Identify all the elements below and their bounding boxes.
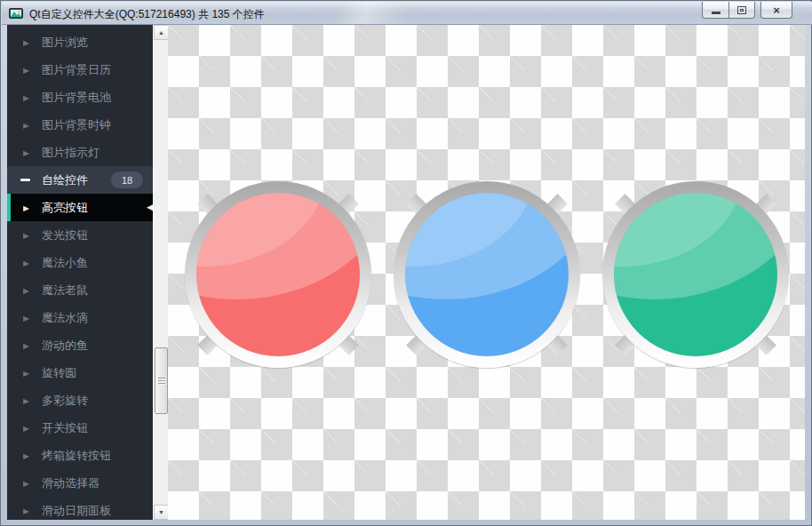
scrollbar-thumb[interactable] bbox=[155, 347, 168, 414]
highlight-button-red[interactable] bbox=[185, 181, 371, 368]
sidebar-group-label: 自绘控件 bbox=[42, 172, 88, 188]
sidebar-item-label: 多彩旋转 bbox=[42, 393, 88, 409]
chevron-right-icon: ▶ bbox=[23, 286, 29, 294]
sidebar-scrollbar[interactable]: ▲ ▼ bbox=[153, 25, 168, 520]
title-bar[interactable]: Qt自定义控件大全(QQ:517216493) 共 135 个控件 × bbox=[2, 2, 812, 25]
sidebar-item-label: 图片背景时钟 bbox=[42, 117, 111, 133]
selected-accent-bar bbox=[7, 194, 11, 221]
sidebar-item-oven-knob[interactable]: ▶ 烤箱旋转按钮 bbox=[7, 442, 153, 469]
sidebar-item-label: 开关按钮 bbox=[42, 420, 88, 436]
highlight-button-green[interactable] bbox=[602, 181, 789, 368]
sidebar-item-label: 旋转圆 bbox=[42, 365, 76, 381]
app-icon bbox=[9, 6, 23, 20]
sidebar-item-picture-clock[interactable]: ▶ 图片背景时钟 bbox=[7, 111, 153, 139]
close-button[interactable]: × bbox=[760, 2, 792, 19]
maximize-button[interactable] bbox=[728, 2, 755, 19]
sidebar-item-rotating-circle[interactable]: ▶ 旋转圆 bbox=[7, 359, 153, 387]
scrollbar-grip-icon bbox=[158, 378, 165, 385]
chevron-right-icon: ▶ bbox=[23, 148, 29, 156]
sidebar-item-label: 图片背景日历 bbox=[42, 62, 111, 78]
sidebar-item-label: 图片背景电池 bbox=[42, 90, 111, 106]
window-controls: × bbox=[702, 2, 792, 19]
sidebar-item-slide-date-panel[interactable]: ▶ 滑动日期面板 bbox=[7, 497, 153, 520]
collapse-minus-icon bbox=[20, 179, 30, 181]
sidebar-item-glow-button[interactable]: ▶ 发光按钮 bbox=[7, 221, 153, 249]
sidebar-item-label: 魔法水滴 bbox=[42, 310, 88, 326]
chevron-right-icon: ▶ bbox=[23, 259, 29, 267]
sidebar-tree: ▶ 图片浏览 ▶ 图片背景日历 ▶ 图片背景电池 ▶ 图片背景时钟 ▶ 图片指示… bbox=[7, 25, 153, 520]
sidebar-item-swimming-fish[interactable]: ▶ 游动的鱼 bbox=[7, 331, 153, 359]
sidebar-item-label: 图片浏览 bbox=[42, 35, 88, 51]
sidebar-item-label: 魔法小鱼 bbox=[42, 255, 88, 271]
sidebar-item-magic-mouse[interactable]: ▶ 魔法老鼠 bbox=[7, 276, 153, 304]
window-title: Qt自定义控件大全(QQ:517216493) 共 135 个控件 bbox=[29, 7, 265, 22]
button-face bbox=[196, 193, 360, 356]
sidebar-item-picture-calendar[interactable]: ▶ 图片背景日历 bbox=[7, 56, 153, 84]
chevron-right-icon: ▶ bbox=[23, 93, 29, 101]
chevron-right-icon: ▶ bbox=[23, 424, 29, 432]
canvas-area bbox=[168, 25, 805, 520]
sidebar-item-label: 滑动选择器 bbox=[42, 475, 100, 491]
sidebar-item-magic-fish[interactable]: ▶ 魔法小鱼 bbox=[7, 249, 153, 276]
selected-pointer-icon: ◀ bbox=[147, 201, 153, 213]
chevron-right-icon: ▶ bbox=[23, 121, 29, 129]
chevron-right-icon: ▶ bbox=[23, 506, 29, 514]
scroll-down-button[interactable]: ▼ bbox=[154, 505, 169, 520]
chevron-right-icon: ▶ bbox=[23, 38, 29, 46]
sidebar-item-switch-button[interactable]: ▶ 开关按钮 bbox=[7, 414, 153, 442]
highlight-button-blue[interactable] bbox=[394, 181, 580, 368]
sidebar-item-colorful-rotation[interactable]: ▶ 多彩旋转 bbox=[7, 387, 153, 414]
chevron-right-icon: ▶ bbox=[23, 451, 29, 459]
sidebar-item-magic-drop[interactable]: ▶ 魔法水滴 bbox=[7, 304, 153, 331]
chevron-right-icon: ▶ bbox=[23, 369, 29, 377]
button-face bbox=[405, 193, 569, 356]
chevron-right-icon: ▶ bbox=[23, 203, 29, 211]
app-body: ▶ 图片浏览 ▶ 图片背景日历 ▶ 图片背景电池 ▶ 图片背景时钟 ▶ 图片指示… bbox=[7, 25, 805, 520]
sidebar-item-label: 高亮按钮 bbox=[42, 200, 88, 216]
sidebar-item-label: 滑动日期面板 bbox=[42, 503, 111, 519]
sidebar-item-label: 烤箱旋转按钮 bbox=[42, 448, 111, 464]
sidebar-item-slide-selector[interactable]: ▶ 滑动选择器 bbox=[7, 469, 153, 497]
sidebar-group-custom-widgets[interactable]: 自绘控件 18 bbox=[7, 166, 153, 194]
chevron-right-icon: ▶ bbox=[23, 396, 29, 404]
chevron-right-icon: ▶ bbox=[23, 314, 29, 322]
minimize-icon bbox=[712, 12, 720, 14]
sidebar-item-picture-battery[interactable]: ▶ 图片背景电池 bbox=[7, 84, 153, 111]
chevron-right-icon: ▶ bbox=[23, 341, 29, 349]
chevron-right-icon: ▶ bbox=[23, 66, 29, 74]
scroll-up-button[interactable]: ▲ bbox=[154, 25, 169, 40]
sidebar-item-label: 发光按钮 bbox=[42, 227, 88, 243]
count-badge: 18 bbox=[111, 171, 143, 188]
app-window: Qt自定义控件大全(QQ:517216493) 共 135 个控件 × ▶ 图片… bbox=[0, 0, 812, 526]
chevron-right-icon: ▶ bbox=[23, 231, 29, 239]
minimize-button[interactable] bbox=[702, 2, 728, 19]
sidebar-item-picture-browse[interactable]: ▶ 图片浏览 bbox=[7, 28, 153, 56]
sidebar-item-label: 图片指示灯 bbox=[42, 145, 100, 161]
sidebar-item-highlight-button[interactable]: ▶ 高亮按钮 ◀ bbox=[7, 194, 153, 221]
sidebar-item-label: 游动的鱼 bbox=[42, 338, 88, 354]
maximize-icon bbox=[737, 6, 746, 14]
button-face bbox=[614, 193, 777, 356]
sidebar-item-label: 魔法老鼠 bbox=[42, 283, 88, 299]
sidebar-item-picture-indicator[interactable]: ▶ 图片指示灯 bbox=[7, 139, 153, 166]
chevron-right-icon: ▶ bbox=[23, 479, 29, 487]
